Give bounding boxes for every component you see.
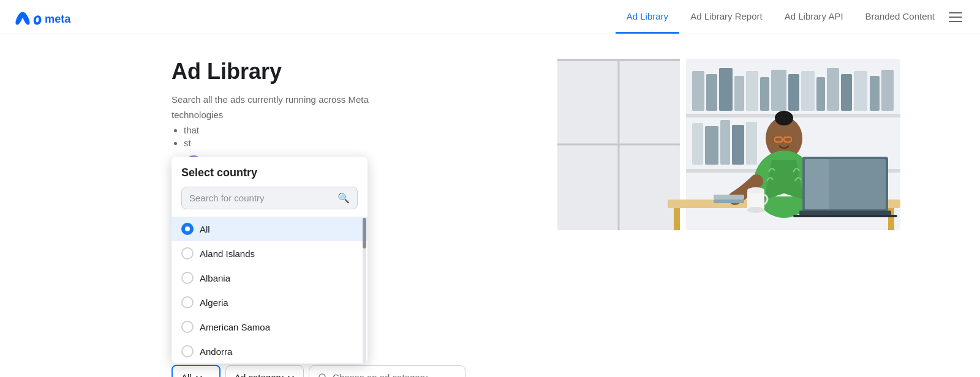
country-option-algeria[interactable]: Algeria: [172, 290, 368, 315]
svg-point-34: [778, 111, 790, 124]
svg-rect-9: [692, 71, 704, 111]
svg-rect-10: [706, 74, 717, 111]
left-section: Ad Library Search all the ads currently …: [0, 59, 466, 377]
svg-rect-11: [719, 68, 733, 111]
svg-rect-42: [805, 159, 829, 209]
country-option-american-samoa[interactable]: American Samoa: [172, 315, 368, 339]
country-label-albania: Albania: [200, 273, 230, 283]
svg-rect-48: [714, 200, 744, 203]
meta-logo[interactable]: meta: [15, 9, 100, 26]
svg-rect-44: [793, 215, 897, 217]
search-bar-row: All Ad category: [172, 365, 466, 377]
selected-country-label: All: [181, 372, 192, 377]
main-content: Ad Library Search all the ads currently …: [0, 34, 980, 377]
radio-aland-islands: [181, 247, 194, 259]
svg-rect-23: [881, 70, 894, 111]
nav-ad-library-report[interactable]: Ad Library Report: [679, 0, 774, 34]
description-line1: Search all the ads currently running acr…: [172, 94, 466, 105]
chevron-down-icon: [195, 374, 203, 378]
svg-rect-27: [732, 125, 744, 165]
svg-point-1: [319, 374, 325, 378]
ad-category-chevron-icon: [287, 374, 295, 378]
country-option-aland-islands[interactable]: Aland Islands: [172, 241, 368, 266]
hamburger-menu[interactable]: [946, 7, 965, 27]
description-line2: technologies: [172, 110, 466, 120]
right-illustration: [466, 59, 980, 377]
hamburger-icon: [945, 9, 966, 26]
bullet-1: that: [184, 125, 466, 135]
radio-all: [181, 223, 194, 235]
radio-algeria: [181, 296, 194, 308]
ad-category-input-wrapper: [309, 365, 466, 377]
ad-category-button[interactable]: Ad category: [225, 365, 304, 377]
country-option-all[interactable]: All: [172, 217, 368, 241]
country-label-aland-islands: Aland Islands: [200, 248, 255, 259]
country-label-all: All: [200, 224, 210, 234]
nav-ad-library-api[interactable]: Ad Library API: [774, 0, 854, 34]
country-search-box[interactable]: 🔍: [181, 187, 358, 209]
svg-rect-16: [788, 74, 799, 111]
svg-point-46: [747, 187, 764, 193]
radio-american-samoa: [181, 321, 194, 333]
dropdown-list-container: All Aland Islands Albania Algeri: [172, 217, 368, 364]
svg-rect-24: [692, 123, 703, 165]
nav-branded-content[interactable]: Branded Content: [854, 0, 946, 34]
svg-rect-12: [734, 76, 744, 111]
radio-albania: [181, 272, 194, 284]
ad-category-search-input[interactable]: [333, 372, 456, 377]
svg-rect-14: [760, 77, 769, 111]
country-label-andorra: Andorra: [200, 346, 232, 357]
svg-rect-19: [827, 68, 839, 111]
country-label-american-samoa: American Samoa: [200, 322, 270, 332]
svg-rect-22: [870, 76, 880, 111]
country-label-algeria: Algeria: [200, 297, 228, 308]
radio-andorra: [181, 345, 194, 357]
search-icon: 🔍: [337, 192, 350, 204]
country-list[interactable]: All Aland Islands Albania Algeri: [172, 217, 368, 364]
svg-rect-28: [746, 122, 757, 165]
svg-rect-17: [801, 71, 815, 111]
hero-illustration: [545, 59, 900, 230]
page-title: Ad Library: [172, 59, 466, 84]
navbar: meta Ad Library Ad Library Report Ad Lib…: [0, 0, 980, 34]
nav-ad-library[interactable]: Ad Library: [616, 0, 679, 34]
svg-rect-30: [674, 208, 680, 230]
svg-rect-7: [686, 114, 900, 118]
ad-category-label: Ad category: [235, 372, 284, 377]
country-option-albania[interactable]: Albania: [172, 266, 368, 290]
bullet-2: st: [184, 138, 466, 148]
svg-rect-21: [854, 71, 867, 111]
svg-rect-26: [720, 120, 730, 165]
country-dropdown: Select country 🔍 All: [172, 157, 368, 364]
category-search-icon: [318, 373, 328, 378]
country-option-andorra[interactable]: Andorra: [172, 339, 368, 364]
country-search-input[interactable]: [189, 193, 337, 203]
country-selector-button[interactable]: All: [172, 365, 221, 377]
svg-rect-15: [771, 70, 786, 111]
svg-rect-25: [705, 126, 718, 165]
nav-links: Ad Library Ad Library Report Ad Library …: [616, 0, 965, 34]
svg-text:meta: meta: [45, 13, 71, 25]
bullet-list: that st: [172, 125, 466, 148]
scrollbar-track: [363, 217, 366, 364]
scrollbar-thumb: [363, 218, 366, 248]
svg-rect-49: [714, 195, 744, 200]
svg-rect-20: [841, 74, 852, 111]
svg-rect-13: [746, 71, 758, 111]
svg-rect-43: [799, 211, 891, 215]
svg-rect-18: [816, 77, 825, 111]
dropdown-title: Select country: [172, 157, 368, 187]
svg-point-47: [747, 207, 764, 213]
